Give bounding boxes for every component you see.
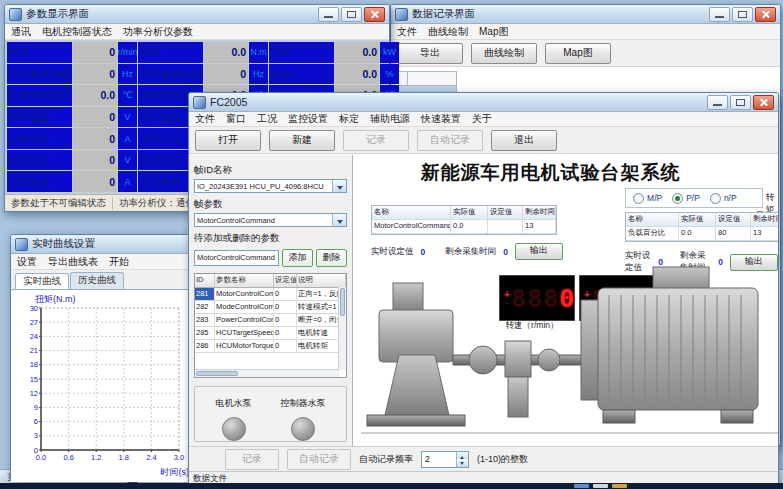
record-button[interactable]: 记录 <box>343 130 409 151</box>
radio-mp[interactable]: M/P <box>633 193 662 204</box>
main-canvas: 新能源车用电机试验台架系统 名称 实际值 设定值 剩余时间(s) MotorCo… <box>353 155 778 446</box>
vertical-scrollbar[interactable] <box>338 287 346 370</box>
menu-item-monitor-settings[interactable]: 监控设置 <box>288 112 328 126</box>
pending-param-input[interactable]: MotorControlCommand <box>194 250 279 266</box>
fc-bottom-bar: 记录 自动记录 自动记录频率 2 (1-10)的整数 <box>189 446 778 471</box>
tab-history-curve[interactable]: 历史曲线 <box>70 272 124 289</box>
col-value[interactable]: 设定值 <box>274 274 297 287</box>
chevron-down-icon[interactable] <box>332 180 346 192</box>
param-unit: kW <box>380 42 399 63</box>
export-button[interactable]: 导出 <box>397 43 463 64</box>
scrollbar-thumb[interactable] <box>196 371 238 376</box>
maximize-button[interactable] <box>730 95 751 110</box>
controller-pump-indicator[interactable] <box>291 417 315 441</box>
menu-item-calibration[interactable]: 标定 <box>339 112 359 126</box>
col-id[interactable]: ID <box>195 274 215 287</box>
table-row[interactable]: 283PowerControlCommand0断开=0，闭合 <box>195 314 346 327</box>
col-name[interactable]: 参数名称 <box>215 274 274 287</box>
menu-item-start[interactable]: 开始 <box>109 255 129 269</box>
horizontal-scrollbar[interactable] <box>195 369 339 377</box>
table-row[interactable]: 281MotorControlCommand0正向=1，反向 <box>195 288 346 301</box>
desktop: 页面: 3/14 字数: 4,291 中文(简体，中国) 插入 参数显示界面 通… <box>0 0 783 489</box>
minimize-button[interactable] <box>709 7 730 22</box>
cell-target[interactable] <box>488 220 523 233</box>
frame-param-dropdown[interactable]: MotorControlCommand <box>194 213 347 227</box>
radio-label: n/P <box>724 193 737 203</box>
minimize-button[interactable] <box>318 7 339 22</box>
menu-item-about[interactable]: 关于 <box>472 112 492 126</box>
spinner-up-icon[interactable] <box>457 452 468 460</box>
col-desc[interactable]: 说明 <box>297 274 346 287</box>
menu-item-file[interactable]: 文件 <box>397 25 417 39</box>
taskbar-item[interactable] <box>593 484 608 488</box>
auto-record-button[interactable]: 自动记录 <box>417 130 483 151</box>
cell-value: 0 <box>274 327 297 339</box>
freq-value[interactable]: 2 <box>422 452 456 467</box>
fc2005-window: FC2005 文件 窗口 工况 监控设置 标定 辅助电源 快速装置 关于 打开 … <box>188 92 779 486</box>
menu-item-controller-state[interactable]: 电机控制器状态 <box>42 25 112 39</box>
menu-item-condition[interactable]: 工况 <box>257 112 277 126</box>
cell-id: 281 <box>195 288 215 300</box>
taskbar-item[interactable] <box>612 484 627 488</box>
motor-pump-label: 电机水泵 <box>216 397 252 410</box>
tab-realtime-curve[interactable]: 实时曲线 <box>15 273 69 290</box>
open-button[interactable]: 打开 <box>195 130 261 151</box>
table-row[interactable]: 282ModeControlCommand0转速模式=1， <box>195 301 346 314</box>
cell-id: 285 <box>195 327 215 339</box>
menu-item-aux-power[interactable]: 辅助电源 <box>370 112 410 126</box>
param-label: 开关量模块频率2 <box>138 64 203 85</box>
map-chart-button[interactable]: Map图 <box>545 43 611 64</box>
param-titlebar[interactable]: 参数显示界面 <box>5 5 389 24</box>
cell-name[interactable]: 负载百分比 <box>626 227 679 240</box>
spinner-down-icon[interactable] <box>457 459 468 467</box>
table-row[interactable]: 285HCUTargetSpeed0电机转速 <box>195 327 346 340</box>
menu-item-power-analyzer[interactable]: 功率分析仪参数 <box>123 25 193 39</box>
table-row[interactable]: 286HCUMotorTorque0电机转矩 <box>195 340 346 353</box>
menu-item-export-curve[interactable]: 导出曲线表 <box>48 255 98 269</box>
cell-target[interactable]: 80 <box>716 227 751 240</box>
menu-item-communication[interactable]: 通讯 <box>11 25 31 39</box>
scrollbar-thumb[interactable] <box>340 288 345 316</box>
close-button[interactable] <box>364 7 385 22</box>
motor-pump-indicator[interactable] <box>222 417 246 441</box>
table-header-row: ID 参数名称 设定值 说明 <box>195 274 346 288</box>
menu-item-quick-setup[interactable]: 快速装置 <box>421 112 461 126</box>
exit-button[interactable]: 退出 <box>491 130 557 151</box>
col-remaining: 剩余时间(s) <box>523 206 556 219</box>
fc-titlebar[interactable]: FC2005 <box>189 93 778 112</box>
tick-label: 0.6 <box>63 453 73 462</box>
auto-record-button[interactable]: 自动记录 <box>287 449 351 470</box>
radio-pp[interactable]: P/P <box>672 193 700 204</box>
menu-item-map[interactable]: Map图 <box>479 25 508 39</box>
record-toolbar: 导出 曲线绘制 Map图 <box>391 40 780 67</box>
menu-item-settings[interactable]: 设置 <box>17 255 37 269</box>
maximize-button[interactable] <box>341 7 362 22</box>
param-value: 0.0 <box>335 64 379 85</box>
menu-item-curve-draw[interactable]: 曲线绘制 <box>428 25 468 39</box>
menu-item-window[interactable]: 窗口 <box>226 112 246 126</box>
delete-button[interactable]: 删除 <box>316 249 347 267</box>
cell-remaining: 13 <box>751 227 778 240</box>
curve-titlebar[interactable]: 实时曲线设置 <box>11 235 211 254</box>
maximize-button[interactable] <box>732 7 753 22</box>
tick-label: 3 <box>34 431 38 440</box>
frame-id-dropdown[interactable]: IO_20243E391 HCU_PU_4096:8HCU <box>194 179 347 193</box>
add-button[interactable]: 添加 <box>282 249 313 267</box>
close-button[interactable] <box>755 7 776 22</box>
param-menubar: 通讯 电机控制器状态 功率分析仪参数 <box>5 24 389 40</box>
record-button[interactable]: 记录 <box>225 449 279 470</box>
freq-spinner[interactable]: 2 <box>421 451 469 468</box>
record-titlebar[interactable]: 数据记录界面 <box>391 5 780 24</box>
chevron-down-icon[interactable] <box>332 214 346 226</box>
cell-value: 0 <box>274 288 297 300</box>
new-button[interactable]: 新建 <box>269 130 335 151</box>
chart-xlabel: 时间(s) <box>161 466 190 479</box>
radio-np[interactable]: n/P <box>710 193 737 204</box>
menu-item-file[interactable]: 文件 <box>195 112 215 126</box>
close-button[interactable] <box>753 95 774 110</box>
taskbar[interactable] <box>0 483 783 489</box>
minimize-button[interactable] <box>707 95 728 110</box>
curve-draw-button[interactable]: 曲线绘制 <box>471 43 537 64</box>
taskbar-item[interactable] <box>574 484 589 488</box>
cell-name[interactable]: MotorControlCommand <box>372 220 451 233</box>
